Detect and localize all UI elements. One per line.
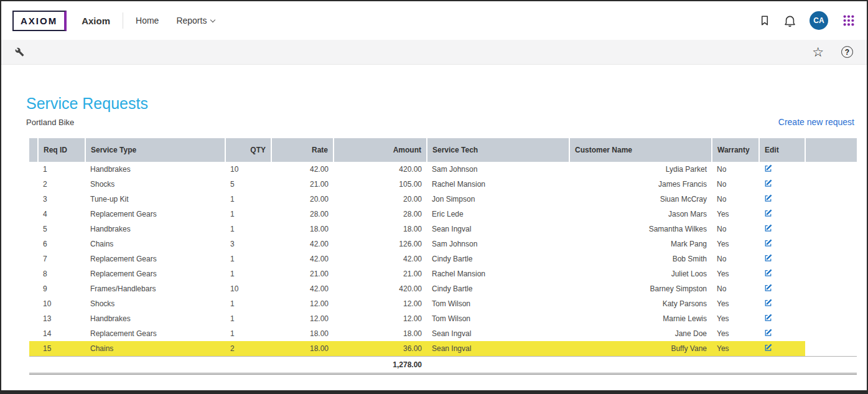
cell-req-id: 7 — [38, 251, 85, 266]
create-new-request-link[interactable]: Create new request — [778, 117, 854, 127]
row-trailing-spacer — [805, 326, 857, 341]
cell-edit — [759, 266, 805, 281]
app-window: AXIOM Axiom Home Reports CA — [0, 0, 868, 394]
table-row: 14Replacement Gears118.0018.00Sean Ingva… — [29, 326, 857, 341]
cell-service-type: Handbrakes — [85, 311, 225, 326]
cell-amount: 105.00 — [334, 177, 427, 192]
cell-service-tech: Cindy Bartle — [427, 281, 569, 296]
toolbar-actions: ☆ ? — [812, 45, 853, 59]
header-rate: Rate — [271, 138, 334, 162]
cell-warranty: Yes — [712, 341, 759, 356]
edit-icon[interactable] — [764, 254, 772, 262]
header-service-type: Service Type — [85, 138, 225, 162]
cell-warranty: No — [712, 162, 759, 177]
wrench-icon[interactable] — [15, 47, 24, 57]
cell-customer-name: Mark Pang — [569, 237, 712, 251]
cell-service-tech: Rachel Mansion — [427, 177, 569, 192]
cell-rate: 28.00 — [271, 207, 334, 222]
edit-icon[interactable] — [764, 299, 772, 307]
cell-service-tech: Cindy Bartle — [427, 251, 569, 266]
cell-customer-name: Barney Simpston — [569, 281, 712, 296]
edit-icon[interactable] — [764, 284, 772, 292]
cell-warranty: No — [712, 192, 759, 207]
edit-icon[interactable] — [764, 194, 772, 202]
favorite-star-icon[interactable]: ☆ — [812, 45, 824, 59]
cell-amount: 420.00 — [334, 281, 427, 296]
table-row: 7Replacement Gears142.0042.00Cindy Bartl… — [29, 251, 857, 266]
nav-item-reports[interactable]: Reports — [176, 16, 215, 26]
top-navbar: AXIOM Axiom Home Reports CA — [1, 1, 867, 40]
service-requests-table: Req ID Service Type QTY Rate Amount Serv… — [29, 138, 857, 375]
cell-service-tech: Sam Johnson — [427, 162, 569, 177]
row-trailing-spacer — [805, 207, 857, 222]
edit-icon[interactable] — [764, 239, 772, 247]
page-title: Service Requests — [26, 95, 148, 113]
edit-icon[interactable] — [764, 209, 772, 217]
bell-icon[interactable] — [784, 15, 796, 27]
edit-icon[interactable] — [764, 164, 772, 172]
table-header: Req ID Service Type QTY Rate Amount Serv… — [29, 138, 857, 162]
header-warranty: Warranty — [712, 138, 759, 162]
edit-icon[interactable] — [764, 179, 772, 187]
cell-service-type: Replacement Gears — [85, 207, 225, 222]
cell-customer-name: Lydia Parket — [569, 162, 712, 177]
cell-amount: 12.00 — [334, 296, 427, 311]
cell-qty: 1 — [225, 266, 271, 281]
cell-req-id: 5 — [38, 222, 85, 237]
row-trailing-spacer — [805, 162, 857, 177]
cell-service-type: Handbrakes — [85, 222, 225, 237]
apps-grid-icon[interactable] — [842, 14, 856, 27]
cell-edit — [759, 237, 805, 251]
cell-rate: 18.00 — [271, 341, 334, 356]
cell-req-id: 8 — [38, 266, 85, 281]
cell-rate: 42.00 — [271, 162, 334, 177]
cell-amount: 21.00 — [334, 266, 427, 281]
row-trailing-spacer — [805, 177, 857, 192]
cell-req-id: 9 — [38, 281, 85, 296]
cell-service-type: Frames/Handlebars — [85, 281, 225, 296]
cell-rate: 18.00 — [271, 222, 334, 237]
avatar[interactable]: CA — [810, 11, 828, 30]
table-row: 3Tune-up Kit120.0020.00Jon SimpsonSiuan … — [29, 192, 857, 207]
cell-service-tech: Eric Lede — [427, 207, 569, 222]
cell-edit — [759, 311, 805, 326]
row-spacer — [29, 326, 38, 341]
brand-name: Axiom — [82, 16, 110, 26]
help-icon[interactable]: ? — [841, 46, 853, 58]
cell-customer-name: Katy Parsons — [569, 296, 712, 311]
cell-edit — [759, 341, 805, 356]
cell-edit — [759, 177, 805, 192]
cell-amount: 18.00 — [334, 326, 427, 341]
row-trailing-spacer — [805, 341, 857, 356]
cell-req-id: 1 — [38, 162, 85, 177]
cell-edit — [759, 281, 805, 296]
cell-edit — [759, 162, 805, 177]
cell-customer-name: Samantha Wilkes — [569, 222, 712, 237]
cell-warranty: Yes — [712, 237, 759, 251]
cell-service-tech: Tom Wilson — [427, 311, 569, 326]
cell-customer-name: Buffy Vane — [569, 341, 712, 356]
edit-icon[interactable] — [764, 329, 772, 337]
edit-icon[interactable] — [764, 269, 772, 277]
cell-qty: 1 — [225, 207, 271, 222]
chevron-down-icon — [210, 17, 215, 22]
cell-service-type: Replacement Gears — [85, 251, 225, 266]
cell-qty: 1 — [225, 251, 271, 266]
cell-service-type: Chains — [85, 341, 225, 356]
bookmark-icon[interactable] — [759, 15, 770, 26]
nav-item-home[interactable]: Home — [136, 16, 159, 26]
report-content: Service Requests Portland Bike Create ne… — [1, 65, 867, 375]
edit-icon[interactable] — [764, 344, 772, 352]
edit-icon[interactable] — [764, 314, 772, 322]
row-trailing-spacer — [805, 266, 857, 281]
cell-edit — [759, 192, 805, 207]
edit-icon[interactable] — [764, 224, 772, 232]
axiom-logo[interactable]: AXIOM — [12, 11, 67, 31]
cell-service-type: Chains — [85, 237, 225, 251]
cell-edit — [759, 296, 805, 311]
header-spacer — [29, 138, 38, 162]
cell-service-type: Replacement Gears — [85, 326, 225, 341]
row-spacer — [29, 266, 38, 281]
cell-qty: 2 — [225, 341, 271, 356]
row-trailing-spacer — [805, 281, 857, 296]
